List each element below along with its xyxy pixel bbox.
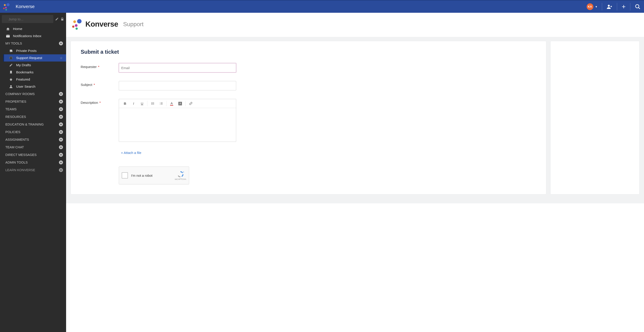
sidebar-section-properties[interactable]: PROPERTIES + bbox=[0, 98, 66, 105]
sidebar-item-label: Bookmarks bbox=[16, 70, 34, 74]
chat-icon bbox=[8, 49, 14, 53]
chevron-down-icon: ▼ bbox=[595, 5, 598, 8]
sidebar-section-assignments[interactable]: ASSIGNMENTS + bbox=[0, 136, 66, 143]
sidebar-section-company-rooms[interactable]: COMPANY ROOMS + bbox=[0, 90, 66, 98]
sidebar-item-home[interactable]: Home bbox=[0, 25, 66, 32]
sidebar-info-card bbox=[550, 41, 640, 194]
avatar: KA bbox=[587, 3, 593, 10]
divider bbox=[147, 101, 148, 106]
jump-to-input[interactable] bbox=[2, 15, 53, 23]
plus-icon[interactable]: + bbox=[59, 100, 63, 104]
plus-icon[interactable]: + bbox=[59, 153, 63, 157]
section-title: COMPANY ROOMS bbox=[6, 92, 35, 96]
plus-icon[interactable]: + bbox=[59, 122, 63, 126]
section-title: POLICIES bbox=[6, 130, 20, 134]
unordered-list-button[interactable] bbox=[148, 99, 157, 108]
section-title: RESOURCES bbox=[6, 115, 26, 119]
recaptcha[interactable]: I'm not a robot reCAPTCHA bbox=[119, 166, 189, 184]
user-menu[interactable]: KA ▼ bbox=[587, 3, 598, 10]
ordered-list-button[interactable] bbox=[157, 99, 165, 108]
recaptcha-checkbox[interactable] bbox=[122, 172, 128, 178]
lock-button[interactable] bbox=[60, 15, 64, 23]
text-color-button[interactable]: A bbox=[168, 99, 176, 108]
section-title: ADMIN TOOLS bbox=[6, 161, 28, 164]
italic-button[interactable]: I bbox=[129, 99, 138, 108]
sidebar-item-user-search[interactable]: User Search bbox=[3, 83, 66, 90]
plus-icon[interactable]: + bbox=[59, 130, 63, 134]
favorite-icon[interactable] bbox=[60, 56, 63, 60]
plus-icon[interactable]: + bbox=[59, 138, 63, 142]
section-title: MY TOOLS bbox=[6, 42, 22, 45]
sidebar-item-label: User Search bbox=[16, 85, 36, 89]
sidebar-item-label: My Drafts bbox=[16, 63, 31, 67]
sidebar-section-learn-konverse[interactable]: LEARN KONVERSE + bbox=[0, 166, 66, 174]
star-icon bbox=[8, 78, 14, 81]
plus-icon[interactable]: + bbox=[59, 41, 63, 45]
divider bbox=[166, 101, 166, 106]
plus-icon[interactable]: + bbox=[59, 161, 63, 165]
highlight-button[interactable]: A bbox=[176, 99, 184, 108]
sidebar: 🔎 Home Notifications Inbox MY TOOLS + Pr… bbox=[0, 13, 66, 332]
sidebar-section-admin-tools[interactable]: ADMIN TOOLS + bbox=[0, 159, 66, 166]
plus-icon[interactable]: + bbox=[59, 145, 63, 149]
subject-input[interactable] bbox=[119, 81, 236, 90]
sidebar-item-label: Featured bbox=[16, 77, 30, 81]
sidebar-section-resources[interactable]: RESOURCES + bbox=[0, 113, 66, 121]
profile-icon bbox=[8, 56, 14, 60]
brand-name: Konverse bbox=[16, 4, 35, 9]
plus-icon[interactable]: + bbox=[59, 168, 63, 172]
sidebar-item-my-drafts[interactable]: My Drafts bbox=[3, 61, 66, 69]
requester-label: Requester* bbox=[81, 63, 119, 72]
plus-icon[interactable]: + bbox=[59, 92, 63, 96]
add-user-button[interactable] bbox=[606, 4, 612, 10]
sidebar-item-bookmarks[interactable]: Bookmarks bbox=[3, 69, 66, 76]
sidebar-section-direct-messages[interactable]: DIRECT MESSAGES + bbox=[0, 151, 66, 159]
sidebar-item-label: Home bbox=[13, 27, 22, 31]
sidebar-item-label: Support Request bbox=[16, 56, 42, 60]
section-title: PROPERTIES bbox=[6, 100, 26, 103]
sidebar-item-notifications[interactable]: Notifications Inbox bbox=[0, 32, 66, 40]
attach-file-link[interactable]: + Attach a file bbox=[121, 151, 141, 155]
brand-block[interactable]: Konverse bbox=[3, 3, 35, 10]
bookmark-icon bbox=[8, 70, 14, 74]
sidebar-section-team-chat[interactable]: TEAM CHAT + bbox=[0, 143, 66, 151]
konverse-logo-icon bbox=[3, 3, 10, 10]
requester-input[interactable] bbox=[119, 63, 236, 72]
sidebar-item-label: Private Posts bbox=[16, 49, 36, 53]
sidebar-section-my-tools[interactable]: MY TOOLS + bbox=[0, 40, 66, 47]
link-button[interactable] bbox=[186, 99, 195, 108]
description-editor[interactable]: B I U A A bbox=[119, 99, 236, 142]
separator bbox=[66, 37, 644, 41]
section-title: DIRECT MESSAGES bbox=[6, 153, 36, 157]
konverse-logo-icon bbox=[72, 18, 83, 30]
user-icon bbox=[8, 85, 14, 88]
section-title: EDUCATION & TRAINING bbox=[6, 123, 44, 126]
ticket-form-card: Submit a ticket Requester* Subject* bbox=[70, 41, 546, 194]
home-icon bbox=[6, 27, 10, 31]
description-textarea[interactable] bbox=[119, 108, 236, 142]
create-button[interactable]: + bbox=[622, 3, 626, 10]
main-content: Konverse Support Submit a ticket Request… bbox=[66, 13, 644, 332]
divider bbox=[185, 101, 186, 106]
sidebar-section-education-training[interactable]: EDUCATION & TRAINING + bbox=[0, 121, 66, 128]
page-header: Konverse Support bbox=[66, 13, 644, 35]
search-button[interactable] bbox=[635, 4, 641, 10]
sidebar-section-policies[interactable]: POLICIES + bbox=[0, 128, 66, 136]
form-heading: Submit a ticket bbox=[81, 49, 536, 55]
sidebar-item-featured[interactable]: Featured bbox=[3, 76, 66, 83]
mail-icon bbox=[6, 34, 10, 38]
sidebar-item-support-request[interactable]: Support Request bbox=[3, 54, 66, 61]
editor-toolbar: B I U A A bbox=[119, 99, 236, 108]
plus-icon[interactable]: + bbox=[59, 107, 63, 111]
recaptcha-text: I'm not a robot bbox=[131, 173, 175, 177]
underline-button[interactable]: U bbox=[138, 99, 146, 108]
section-title: TEAMS bbox=[6, 107, 16, 111]
bold-button[interactable]: B bbox=[121, 99, 129, 108]
plus-icon[interactable]: + bbox=[59, 115, 63, 119]
section-title: LEARN KONVERSE bbox=[6, 168, 35, 172]
sidebar-section-teams[interactable]: TEAMS + bbox=[0, 105, 66, 113]
section-title: ASSIGNMENTS bbox=[6, 138, 29, 141]
compose-button[interactable] bbox=[55, 15, 59, 23]
edit-icon bbox=[8, 63, 14, 67]
sidebar-item-private-posts[interactable]: Private Posts bbox=[3, 47, 66, 54]
